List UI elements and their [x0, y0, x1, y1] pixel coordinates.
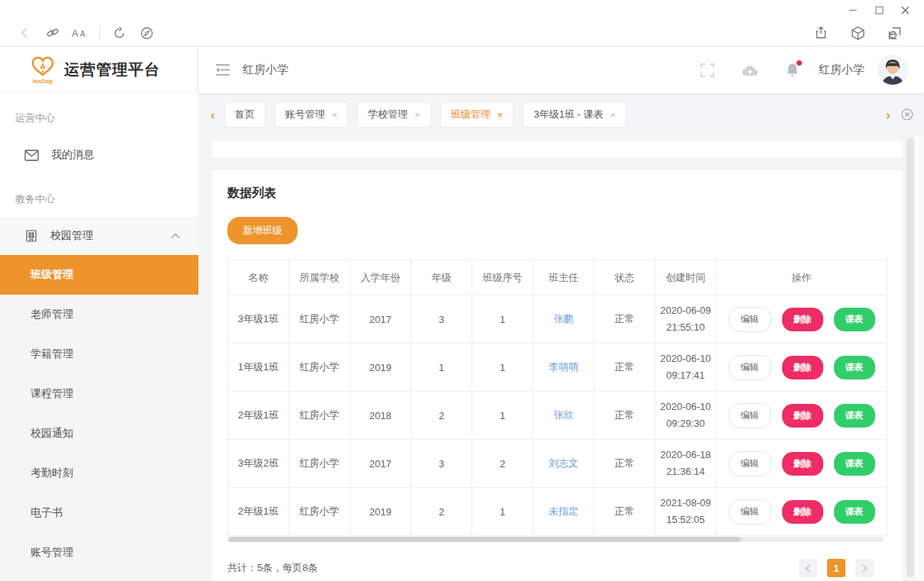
horizontal-scrollbar-thumb[interactable] [229, 537, 741, 542]
compass-icon[interactable] [135, 23, 158, 43]
tabs-scroll-right-icon[interactable]: › [886, 108, 890, 121]
edit-button[interactable]: 编辑 [729, 355, 771, 380]
page-number[interactable]: 1 [827, 559, 845, 577]
tab-close-icon[interactable]: × [414, 110, 420, 120]
column-header: 年级 [411, 260, 472, 295]
record-summary: 共计：5条，每页8条 [227, 561, 317, 575]
sidebar-item-messages[interactable]: 我的消息 [0, 136, 198, 174]
tab-close-icon[interactable]: × [610, 110, 616, 120]
sidebar-subitem[interactable]: 老师管理 [0, 295, 198, 334]
menu-fold-icon[interactable] [215, 63, 230, 76]
window-titlebar [0, 0, 924, 20]
table-cell: 1 [411, 344, 472, 392]
sidebar-subitem[interactable]: 学籍管理 [0, 334, 198, 374]
sidebar-subitem[interactable]: 账号管理 [0, 533, 198, 573]
tab[interactable]: 学校管理× [357, 102, 431, 127]
table-cell: 2019 [350, 344, 411, 392]
tab[interactable]: 班级管理× [440, 102, 514, 127]
teacher-link[interactable]: 李萌萌 [549, 361, 578, 373]
table-cell: 2 [411, 392, 472, 440]
table-row: 3年级1班红房小学201731张鹏正常2020-06-09 21:55:10编辑… [228, 295, 887, 344]
minimize-icon[interactable] [840, 1, 866, 19]
table-row: 2年级1班红房小学201821张欣正常2020-06-10 09:29:30编辑… [228, 392, 887, 440]
tab[interactable]: 首页 [224, 102, 266, 127]
close-all-tabs-icon[interactable] [901, 108, 913, 121]
table-cell: 3年级1班 [228, 295, 289, 344]
column-header: 操作 [716, 260, 887, 295]
tab-close-icon[interactable]: × [332, 110, 338, 120]
column-header: 入学年份 [350, 260, 411, 295]
data-list-card: 数据列表 新增班级 名称所属学校入学年份年级班级序号班主任状态创建时间操作 3年… [212, 170, 903, 581]
next-page-button[interactable] [855, 559, 874, 577]
tab-close-icon[interactable]: × [497, 110, 504, 120]
teacher-cell: 李萌萌 [533, 344, 594, 392]
cube-icon[interactable] [846, 23, 869, 43]
pagination: 1 [799, 559, 874, 577]
teacher-link[interactable]: 刘志文 [549, 457, 578, 469]
schedule-button[interactable]: 课表 [834, 452, 875, 476]
schedule-button[interactable]: 课表 [834, 500, 875, 524]
table-cell: 2019 [350, 488, 411, 536]
bell-icon[interactable] [786, 63, 799, 77]
sidebar-subitem[interactable]: 考勤时刻 [0, 454, 198, 493]
vertical-scrollbar-thumb[interactable] [906, 138, 914, 577]
schedule-button[interactable]: 课表 [834, 308, 875, 331]
sidebar-item-campus[interactable]: 校园管理 [0, 217, 198, 255]
close-icon[interactable] [892, 1, 918, 19]
fullscreen-icon[interactable] [700, 63, 714, 77]
delete-button[interactable]: 删除 [782, 452, 823, 476]
font-size-icon[interactable]: AA [69, 23, 92, 43]
edit-button[interactable]: 编辑 [729, 451, 771, 476]
panel-title: 数据列表 [227, 186, 887, 202]
svg-text:A: A [80, 30, 85, 38]
vertical-scrollbar-track [915, 136, 924, 581]
tab-label: 3年级1班 - 课表 [533, 108, 603, 121]
prev-page-button[interactable] [799, 559, 817, 577]
sidebar-item-label: 我的消息 [51, 148, 94, 162]
table-cell: 正常 [594, 440, 655, 488]
table-cell: 1 [472, 392, 533, 440]
teacher-cell: 张欣 [533, 392, 594, 440]
teacher-link[interactable]: 张欣 [554, 409, 574, 421]
teacher-link[interactable]: 张鹏 [554, 313, 574, 324]
edit-button[interactable]: 编辑 [729, 403, 771, 428]
schedule-button[interactable]: 课表 [834, 404, 875, 428]
logo-heart-icon: InnChip [27, 53, 58, 86]
delete-button[interactable]: 删除 [782, 404, 823, 428]
back-icon[interactable] [14, 23, 37, 43]
teacher-cell: 未指定 [533, 488, 594, 536]
delete-button[interactable]: 删除 [782, 500, 823, 524]
mail-icon [24, 150, 39, 161]
column-header: 创建时间 [655, 260, 716, 295]
share-icon[interactable] [810, 23, 832, 43]
user-avatar[interactable] [878, 56, 907, 85]
table-cell: 正常 [594, 488, 655, 536]
column-header: 班主任 [533, 260, 594, 295]
sidebar-subitem[interactable]: 课程管理 [0, 374, 198, 414]
delete-button[interactable]: 删除 [782, 356, 823, 379]
actions-cell: 编辑删除课表 [716, 344, 887, 392]
edit-button[interactable]: 编辑 [729, 307, 771, 332]
table-cell: 正常 [594, 392, 655, 440]
tab[interactable]: 3年级1班 - 课表× [523, 102, 626, 127]
maximize-icon[interactable] [866, 1, 892, 19]
sidebar-subitem[interactable]: 校园通知 [0, 414, 198, 454]
sidebar-subitem[interactable]: 班级管理 [0, 255, 198, 295]
actions-cell: 编辑删除课表 [716, 488, 887, 536]
current-school-name[interactable]: 红房小学 [819, 63, 864, 77]
sidebar-subitem[interactable]: 电子书 [0, 493, 198, 533]
add-class-button[interactable]: 新增班级 [227, 217, 298, 244]
link-icon[interactable] [41, 23, 64, 43]
float-window-icon[interactable] [883, 23, 906, 43]
refresh-icon[interactable] [108, 23, 130, 43]
tab[interactable]: 账号管理× [275, 102, 349, 127]
cloud-upload-icon[interactable] [742, 64, 758, 76]
delete-button[interactable]: 删除 [782, 308, 823, 331]
schedule-button[interactable]: 课表 [834, 356, 875, 379]
table-cell: 1 [472, 488, 533, 536]
edit-button[interactable]: 编辑 [729, 499, 771, 525]
teacher-link[interactable]: 未指定 [549, 505, 578, 517]
column-header: 所属学校 [289, 260, 350, 295]
tab-label: 账号管理 [285, 108, 325, 121]
column-header: 状态 [594, 260, 655, 295]
